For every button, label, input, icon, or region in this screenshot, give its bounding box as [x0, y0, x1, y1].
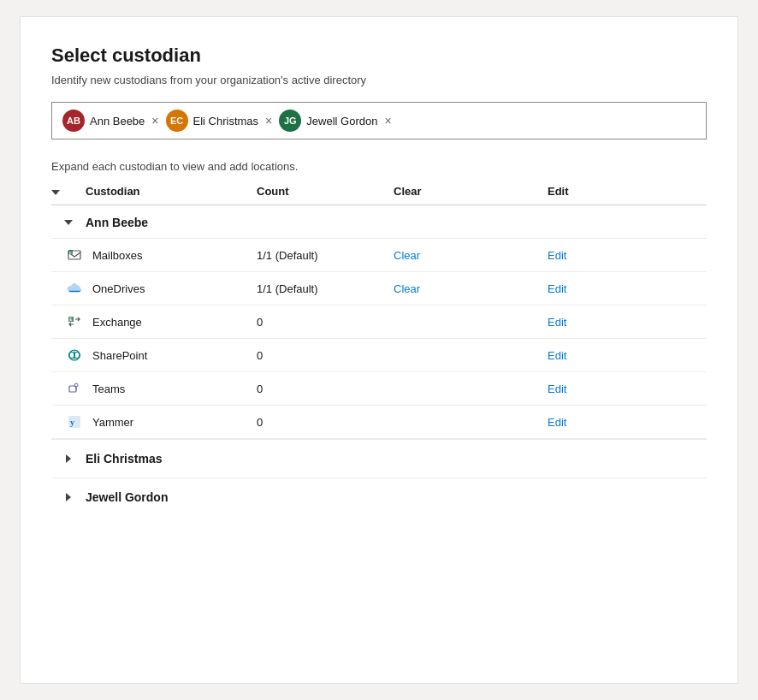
sharepoint-icon-cell	[51, 347, 86, 363]
custodian-row-ann-beebe: Ann Beebe	[51, 205, 707, 238]
tag-ann-beebe: AB Ann Beebe ×	[62, 110, 161, 132]
avatar-eli-christmas: EC	[166, 110, 188, 132]
expand-jewell-gordon[interactable]	[51, 493, 86, 501]
teams-name: Teams	[86, 383, 257, 395]
header-custodian: Custodian	[86, 185, 257, 198]
mailboxes-icon-cell: E	[51, 247, 86, 263]
custodian-group-ann-beebe: Ann Beebe E Mailboxes 1/1 (Default) Clea…	[51, 205, 707, 439]
teams-icon	[67, 381, 82, 396]
location-row-onedrives: OneDrives 1/1 (Default) Clear Edit	[51, 271, 707, 305]
chevron-right-jewell-gordon	[66, 493, 71, 501]
page-title: Select custodian	[51, 44, 707, 67]
custodian-name-eli-christmas: Eli Christmas	[86, 452, 707, 466]
onedrives-edit-button[interactable]: Edit	[548, 282, 633, 295]
custodian-name-jewell-gordon: Jewell Gordon	[86, 490, 707, 504]
mailboxes-clear-button[interactable]: Clear	[394, 249, 548, 262]
custodian-tag-input[interactable]: AB Ann Beebe × EC Eli Christmas × JG Jew…	[51, 102, 707, 139]
mailboxes-name: Mailboxes	[86, 249, 257, 262]
location-row-mailboxes: E Mailboxes 1/1 (Default) Clear Edit	[51, 238, 707, 271]
exchange-count: 0	[257, 316, 394, 329]
header-count: Count	[257, 185, 394, 198]
select-custodian-panel: Select custodian Identify new custodians…	[20, 16, 738, 684]
teams-icon-cell	[51, 381, 86, 396]
svg-text:y: y	[70, 418, 74, 427]
header-edit: Edit	[548, 185, 633, 198]
yammer-icon: y	[67, 414, 82, 430]
exchange-name: Exchange	[86, 316, 257, 329]
tag-close-jewell-gordon[interactable]: ×	[382, 114, 393, 128]
avatar-ann-beebe: AB	[62, 110, 85, 132]
custodian-row-eli-christmas: Eli Christmas	[51, 439, 707, 478]
header-clear: Clear	[394, 185, 548, 198]
onedrives-icon-cell	[51, 281, 86, 296]
svg-text:E: E	[69, 251, 72, 255]
exchange-edit-button[interactable]: Edit	[548, 316, 633, 329]
mailboxes-count: 1/1 (Default)	[257, 249, 394, 262]
collapse-all-icon[interactable]	[51, 190, 60, 195]
yammer-name: Yammer	[86, 416, 257, 429]
onedrives-clear-button[interactable]: Clear	[394, 282, 548, 295]
mailboxes-edit-button[interactable]: Edit	[548, 249, 633, 262]
expand-eli-christmas[interactable]	[51, 454, 86, 463]
yammer-icon-cell: y	[51, 414, 86, 430]
custodian-name-ann-beebe: Ann Beebe	[86, 216, 257, 229]
chevron-down-ann-beebe	[64, 220, 73, 225]
sharepoint-edit-button[interactable]: Edit	[548, 349, 633, 362]
tag-name-jewell-gordon: Jewell Gordon	[306, 115, 377, 128]
tag-close-ann-beebe[interactable]: ×	[150, 114, 160, 128]
location-row-teams: Teams 0 Edit	[51, 371, 707, 405]
page-subtitle: Identify new custodians from your organi…	[51, 74, 707, 86]
onedrive-icon	[67, 281, 82, 296]
expand-label: Expand each custodian to view and add lo…	[51, 160, 707, 173]
onedrives-count: 1/1 (Default)	[257, 282, 394, 295]
header-expand	[51, 185, 86, 198]
svg-text:E: E	[69, 317, 72, 322]
teams-count: 0	[257, 383, 394, 395]
chevron-right-eli-christmas	[66, 454, 71, 463]
tag-jewell-gordon: JG Jewell Gordon ×	[279, 110, 393, 132]
exchange-icon-cell: E	[51, 314, 86, 329]
location-row-yammer: y Yammer 0 Edit	[51, 405, 707, 438]
table-header: Custodian Count Clear Edit	[51, 185, 707, 205]
teams-edit-button[interactable]: Edit	[548, 383, 633, 395]
exchange-icon: E	[67, 314, 82, 329]
tag-name-eli-christmas: Eli Christmas	[193, 115, 259, 128]
location-row-exchange: E Exchange 0 Edit	[51, 305, 707, 338]
tag-eli-christmas: EC Eli Christmas ×	[166, 110, 275, 132]
sharepoint-name: SharePoint	[86, 349, 257, 362]
sharepoint-icon	[67, 347, 82, 363]
yammer-count: 0	[257, 416, 394, 429]
avatar-jewell-gordon: JG	[279, 110, 301, 132]
mailboxes-icon: E	[67, 247, 82, 263]
expand-ann-beebe[interactable]	[51, 220, 86, 225]
tag-close-eli-christmas[interactable]: ×	[264, 114, 274, 128]
tag-name-ann-beebe: Ann Beebe	[90, 115, 145, 128]
yammer-edit-button[interactable]: Edit	[548, 416, 633, 429]
custodian-row-jewell-gordon: Jewell Gordon	[51, 478, 707, 516]
onedrives-name: OneDrives	[86, 282, 257, 295]
location-row-sharepoint: SharePoint 0 Edit	[51, 338, 707, 371]
sharepoint-count: 0	[257, 349, 394, 362]
